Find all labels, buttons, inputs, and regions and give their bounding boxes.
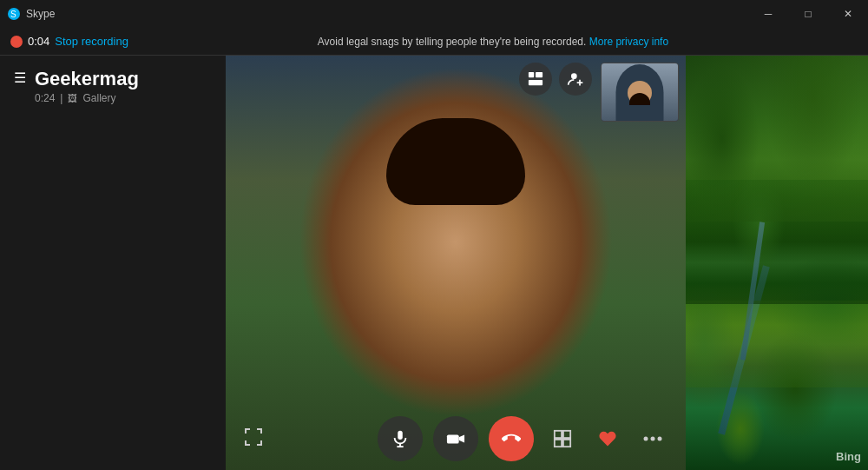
sidebar: ☰ Geekermag 0:24 | 🖼 Gallery: [0, 56, 226, 470]
svg-rect-17: [563, 440, 570, 447]
title-bar-left: S Skype: [0, 7, 748, 21]
separator: |: [60, 92, 62, 104]
recording-notice: Avoid legal snags by telling people they…: [128, 36, 858, 48]
svg-rect-4: [529, 80, 542, 85]
svg-rect-11: [447, 434, 459, 443]
maximize-button[interactable]: □: [788, 0, 828, 28]
self-view: [601, 63, 679, 122]
layout-icon: [553, 429, 572, 448]
bing-wallpaper: Bing: [686, 56, 868, 470]
add-person-icon: [567, 70, 584, 88]
svg-rect-14: [555, 431, 562, 438]
bottom-controls: [226, 407, 686, 470]
skype-logo-icon: S: [7, 7, 21, 21]
contact-name: Geekermag: [35, 68, 212, 90]
more-icon: [643, 436, 662, 441]
react-button[interactable]: [592, 423, 623, 454]
add-person-button[interactable]: [559, 63, 592, 96]
sidebar-header: ☰ Geekermag 0:24 | 🖼 Gallery: [0, 56, 226, 108]
contact-meta: 0:24 | 🖼 Gallery: [35, 92, 212, 104]
top-controls: [519, 63, 592, 96]
fullscreen-icon: [243, 427, 264, 447]
privacy-link[interactable]: More privacy info: [589, 36, 668, 48]
minimize-button[interactable]: ─: [748, 0, 788, 28]
recording-bar: 0:04 Stop recording Avoid legal snags by…: [0, 28, 868, 56]
title-bar: S Skype ─ □ ✕: [0, 0, 868, 28]
svg-rect-15: [563, 431, 570, 438]
gallery-icon: 🖼: [68, 93, 77, 103]
more-button[interactable]: [637, 423, 668, 454]
svg-point-5: [571, 73, 577, 79]
notice-text: Avoid legal snags by telling people they…: [318, 36, 587, 48]
sidebar-contact: Geekermag 0:24 | 🖼 Gallery: [35, 68, 212, 104]
microphone-icon: [391, 429, 410, 448]
layout-button[interactable]: [547, 423, 578, 454]
mute-button[interactable]: [378, 416, 423, 461]
end-call-button[interactable]: [489, 416, 534, 461]
svg-point-18: [644, 437, 648, 441]
person-hair: [386, 118, 525, 205]
svg-text:S: S: [10, 10, 16, 19]
call-duration: 0:24: [35, 92, 55, 104]
fullscreen-button[interactable]: [243, 427, 264, 453]
close-button[interactable]: ✕: [828, 0, 868, 28]
camera-icon: [446, 429, 465, 448]
svg-point-19: [651, 437, 655, 441]
bing-watermark: Bing: [836, 450, 861, 463]
call-area: [226, 56, 686, 470]
svg-rect-16: [555, 440, 562, 447]
self-view-video: [602, 63, 678, 121]
title-bar-title: Skype: [26, 8, 55, 20]
camera-button[interactable]: [433, 416, 478, 461]
recording-indicator-icon: [10, 36, 23, 48]
svg-marker-12: [459, 434, 464, 442]
svg-rect-8: [398, 431, 403, 440]
recording-left: 0:04 Stop recording: [10, 35, 128, 48]
view-toggle-button[interactable]: [519, 63, 552, 96]
bottom-center-controls: [378, 416, 534, 461]
end-call-icon: [502, 429, 521, 448]
stop-recording-link[interactable]: Stop recording: [55, 35, 128, 48]
gallery-label: Gallery: [82, 92, 115, 104]
svg-rect-3: [536, 72, 542, 77]
view-toggle-icon: [528, 71, 543, 87]
title-bar-controls: ─ □ ✕: [748, 0, 868, 28]
main-container: ☰ Geekermag 0:24 | 🖼 Gallery: [0, 56, 868, 470]
svg-point-20: [658, 437, 662, 441]
heart-icon: [598, 429, 617, 448]
fields: [686, 301, 868, 387]
hamburger-menu-icon[interactable]: ☰: [14, 70, 26, 86]
svg-rect-2: [529, 72, 534, 77]
recording-timer: 0:04: [28, 35, 49, 48]
